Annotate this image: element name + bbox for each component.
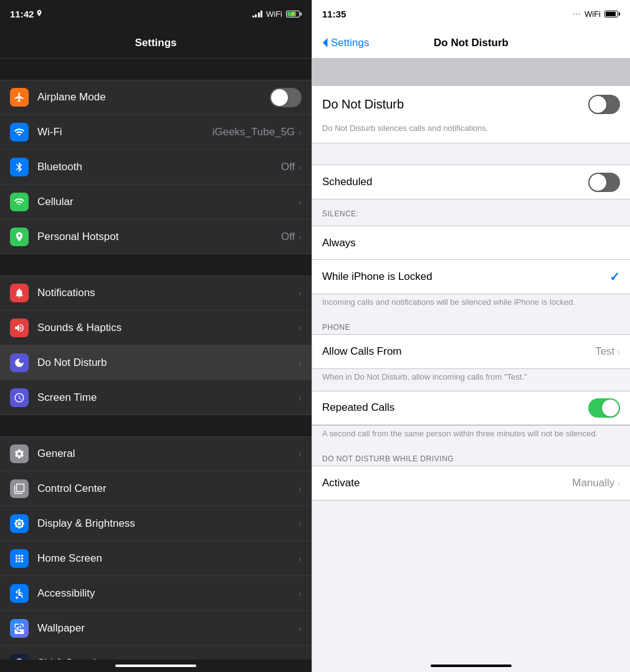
siri-label: Siri & Search [37, 657, 298, 660]
siri-chevron: › [298, 658, 302, 660]
phone-options-group: Allow Calls From Test › [312, 334, 630, 369]
controlcenter-icon [14, 483, 25, 494]
settings-group-system1: Notifications › Sounds & Haptics › Do No… [0, 254, 312, 415]
hotspot-icon-bg [10, 228, 29, 246]
settings-row-sounds[interactable]: Sounds & Haptics › [0, 310, 312, 345]
controlcenter-icon-bg [10, 479, 29, 498]
settings-row-screentime[interactable]: Screen Time › [0, 380, 312, 415]
settings-list[interactable]: Airplane Mode Wi-Fi iGeeks_Tube_5G › Bl [0, 59, 312, 660]
scheduled-toggle[interactable] [588, 173, 620, 192]
settings-row-hotspot[interactable]: Personal Hotspot Off › [0, 219, 312, 254]
scheduled-row[interactable]: Scheduled [312, 165, 630, 199]
homescreen-label: Home Screen [37, 552, 298, 565]
settings-row-siri[interactable]: Siri & Search › [0, 646, 312, 660]
screentime-label: Screen Time [37, 391, 298, 404]
settings-group-system2: General › Control Center › Display & Bri… [0, 415, 312, 660]
homescreen-icon-bg [10, 549, 29, 568]
dnd-icon [14, 357, 25, 368]
wallpaper-label: Wallpaper [37, 622, 298, 635]
allow-calls-row[interactable]: Allow Calls From Test › [312, 335, 630, 368]
repeated-calls-label: Repeated Calls [322, 401, 588, 414]
cellular-dots-icon: ··· [573, 10, 581, 17]
bluetooth-icon [14, 161, 25, 173]
settings-row-cellular[interactable]: Cellular › [0, 185, 312, 219]
scheduled-toggle-knob [589, 174, 606, 191]
display-icon [14, 518, 25, 529]
silence-header: SILENCE: [312, 204, 630, 221]
silence-options-group: Always While iPhone is Locked ✓ [312, 226, 630, 294]
settings-row-general[interactable]: General › [0, 436, 312, 471]
wallpaper-icon-bg [10, 619, 29, 638]
general-icon-bg [10, 444, 29, 463]
settings-row-notifications[interactable]: Notifications › [0, 276, 312, 310]
status-icons-left: WiFi ⚡ [252, 9, 302, 19]
spacer-1 [0, 254, 312, 276]
hotspot-icon [14, 231, 25, 242]
homescreen-icon [14, 553, 25, 564]
display-icon-bg [10, 514, 29, 533]
dnd-chevron: › [298, 358, 302, 368]
display-label: Display & Brightness [37, 517, 298, 530]
wifi-value: iGeeks_Tube_5G [212, 126, 295, 138]
wifi-status-left: WiFi [266, 9, 282, 19]
repeated-calls-description: A second call from the same person withi… [312, 426, 630, 447]
charging-bolt: ⚡ [290, 11, 296, 17]
bottom-indicator-left [0, 660, 312, 672]
silence-always-row[interactable]: Always [312, 226, 630, 260]
airplane-label: Airplane Mode [37, 91, 270, 103]
location-icon [36, 10, 42, 17]
repeated-calls-group: Repeated Calls [312, 391, 630, 426]
siri-icon [14, 658, 25, 660]
general-icon [14, 448, 25, 459]
settings-row-homescreen[interactable]: Home Screen › [0, 541, 312, 576]
repeated-calls-row[interactable]: Repeated Calls [312, 391, 630, 425]
dnd-content[interactable]: Do Not Disturb Do Not Disturb silences c… [312, 59, 630, 660]
right-panel: 11:35 ··· WiFi Settings Do Not Disturb D… [312, 0, 630, 672]
settings-row-controlcenter[interactable]: Control Center › [0, 471, 312, 506]
dnd-main-label: Do Not Disturb [322, 97, 588, 112]
sounds-chevron: › [298, 323, 302, 333]
settings-row-accessibility[interactable]: Accessibility › [0, 576, 312, 611]
settings-title: Settings [135, 37, 176, 49]
svg-point-0 [19, 588, 21, 590]
wifi-icon-bg [10, 123, 29, 142]
settings-row-airplane[interactable]: Airplane Mode [0, 80, 312, 115]
settings-row-dnd[interactable]: Do Not Disturb › [0, 345, 312, 380]
bluetooth-chevron: › [298, 162, 302, 172]
driving-activate-row[interactable]: Activate Manually › [312, 466, 630, 500]
dnd-banner [312, 59, 630, 86]
settings-row-bluetooth[interactable]: Bluetooth Off › [0, 150, 312, 185]
bottom-indicator-right [312, 660, 630, 672]
notifications-chevron: › [298, 288, 302, 298]
dnd-main-section: Do Not Disturb Do Not Disturb silences c… [312, 86, 630, 143]
general-chevron: › [298, 449, 302, 459]
cellular-label: Cellular [37, 196, 298, 208]
settings-row-display[interactable]: Display & Brightness › [0, 506, 312, 541]
airplane-toggle[interactable] [270, 88, 302, 107]
controlcenter-chevron: › [298, 484, 302, 494]
back-button[interactable]: Settings [322, 37, 369, 49]
left-panel: 11:42 WiFi ⚡ Settings [0, 0, 312, 672]
status-bar-right: 11:35 ··· WiFi [312, 0, 630, 27]
wifi-status-right: WiFi [585, 9, 601, 19]
allow-calls-description: When in Do Not Disturb, allow incoming c… [312, 369, 630, 390]
signal-bar-4 [260, 11, 262, 17]
silence-always-label: Always [322, 237, 620, 249]
bottom-padding [312, 501, 630, 513]
driving-header: DO NOT DISTURB WHILE DRIVING [312, 449, 630, 466]
signal-bar-1 [252, 16, 254, 17]
settings-row-wallpaper[interactable]: Wallpaper › [0, 611, 312, 646]
locked-checkmark: ✓ [609, 269, 620, 284]
nav-bar-right: Settings Do Not Disturb [312, 27, 630, 59]
silence-locked-row[interactable]: While iPhone is Locked ✓ [312, 260, 630, 294]
repeated-calls-toggle[interactable] [588, 398, 620, 418]
dnd-main-toggle[interactable] [588, 95, 620, 114]
home-indicator-right [431, 665, 512, 667]
settings-row-wifi[interactable]: Wi-Fi iGeeks_Tube_5G › [0, 115, 312, 150]
wallpaper-icon [14, 623, 25, 634]
notifications-icon-bg [10, 284, 29, 302]
silence-description: Incoming calls and notifications will be… [312, 294, 630, 315]
siri-icon-bg [10, 654, 29, 660]
status-bar-left: 11:42 WiFi ⚡ [0, 0, 312, 27]
general-label: General [37, 448, 298, 460]
